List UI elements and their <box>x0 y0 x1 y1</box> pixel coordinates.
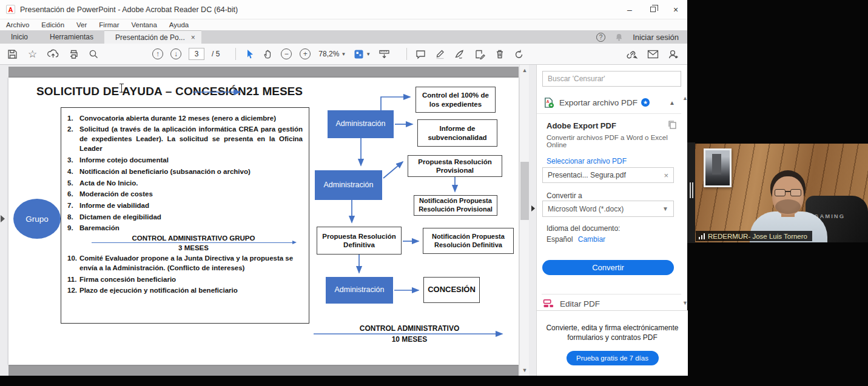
chevron-up-icon[interactable]: ▲ <box>669 99 675 106</box>
list-item: 11.Firma concesión beneficiario <box>65 275 304 284</box>
left-panel-expand-icon[interactable] <box>1 215 5 222</box>
share-link-icon[interactable] <box>626 47 638 61</box>
hand-tool-icon[interactable] <box>263 47 273 61</box>
list-item: 1.Convocatoria abierta durante 12 meses … <box>65 113 304 123</box>
svg-text:A: A <box>547 99 550 104</box>
zoom-level-value: 78,2% <box>318 50 339 58</box>
list-item: 5.Acta de No Inicio. <box>65 178 304 188</box>
selected-file-field[interactable]: Presentaci... Segura.pdf × <box>542 167 674 183</box>
document-language-row: Español Cambiar <box>547 235 605 244</box>
control-administrativo-grupo: CONTROL ADMINISTRATIVO GRUPO 3 MESES <box>65 235 304 251</box>
menu-ver[interactable]: Ver <box>70 21 93 28</box>
free-trial-button[interactable]: Prueba gratis de 7 días <box>567 351 659 365</box>
vertical-scrollbar[interactable]: ▲ ▼ <box>519 65 529 376</box>
format-value: Microsoft Word (*.docx) <box>548 205 624 213</box>
list-item: 8.Dictamen de elegibilidad <box>65 212 304 222</box>
restore-button[interactable] <box>641 0 664 19</box>
participant-name: REDERMUR- Jose Luis Tornero <box>708 233 807 240</box>
convert-button[interactable]: Convertir <box>542 260 674 275</box>
save-icon[interactable] <box>7 47 18 61</box>
print-icon[interactable] <box>69 47 79 61</box>
highlight-icon[interactable] <box>435 47 445 61</box>
change-language-link[interactable]: Cambiar <box>578 235 605 244</box>
help-icon[interactable]: ? <box>596 33 605 42</box>
scroll-up-icon[interactable]: ▲ <box>520 67 530 73</box>
list-item: 12.Plazo de ejecución y notificación al … <box>65 285 304 295</box>
edit-pdf-label: Editar PDF <box>560 299 600 308</box>
page-up-icon[interactable]: ↑ <box>152 48 163 59</box>
list-item: 9.Baremación <box>65 223 304 233</box>
page-number-input[interactable] <box>189 48 204 60</box>
main-toolbar: ☆ ↑ ↓ / 5 − + <box>0 44 687 65</box>
tab-close-icon[interactable]: × <box>191 33 195 42</box>
menu-archivo[interactable]: Archivo <box>0 21 35 28</box>
wall-picture <box>704 148 732 187</box>
page-scrolling-icon[interactable] <box>378 47 390 61</box>
flow-box-propuesta-definitiva: Propuesta Resolución Definitiva <box>317 227 402 255</box>
participant-beard <box>775 199 801 214</box>
flow-box-informe-subvencionalidad: Informe de subvencionalidad <box>417 119 497 147</box>
edit-pdf-icon <box>543 299 554 308</box>
participant-name-tag: REDERMUR- Jose Luis Tornero <box>696 231 812 241</box>
tab-herramientas[interactable]: Herramientas <box>39 30 104 44</box>
select-file-link[interactable]: Seleccionar archivo PDF <box>547 157 627 165</box>
sidebar-scroll-down-icon[interactable]: ▼ <box>682 300 688 306</box>
fill-sign-icon[interactable] <box>474 47 485 61</box>
sign-pen-icon[interactable] <box>454 47 465 61</box>
video-drag-handle[interactable] <box>687 142 695 243</box>
list-item: 4.Notificación al beneficiario (subsanac… <box>65 167 304 176</box>
scroll-down-icon[interactable]: ▼ <box>520 367 530 373</box>
menu-firmar[interactable]: Firmar <box>93 21 125 28</box>
email-icon[interactable] <box>647 47 659 61</box>
select-cursor-icon[interactable] <box>244 47 255 61</box>
export-pdf-panel-header[interactable]: A Exportar archivo PDF ★ ▲ <box>537 92 681 114</box>
premium-star-icon: ★ <box>641 98 650 107</box>
webcam-overlay: GAMING REDERMUR- Jose Luis Tornero <box>687 142 868 243</box>
share-upload-icon[interactable] <box>47 47 59 61</box>
page-display-dropdown[interactable]: ▼ <box>354 49 371 59</box>
scrollbar-thumb[interactable] <box>520 162 529 220</box>
tools-search-input[interactable] <box>542 71 681 87</box>
menu-ayuda[interactable]: Ayuda <box>163 21 195 28</box>
flow-box-administracion-1: Administración <box>328 110 394 138</box>
menu-ventana[interactable]: Ventana <box>126 21 163 28</box>
export-pdf-icon: A <box>543 97 554 108</box>
sidebar-scroll-up-icon[interactable]: ▲ <box>682 95 688 101</box>
audio-signal-icon <box>699 233 705 239</box>
glasses-icon <box>775 189 801 197</box>
flow-box-notificacion-definitiva: Notificación Propuesta Resolución Defini… <box>423 228 514 254</box>
bell-icon[interactable] <box>614 30 624 44</box>
format-select[interactable]: Microsoft Word (*.docx) ▼ <box>542 201 674 217</box>
clear-file-icon[interactable]: × <box>664 171 668 180</box>
close-button[interactable]: × <box>664 0 687 19</box>
tab-inicio[interactable]: Inicio <box>0 30 39 44</box>
comment-icon[interactable] <box>415 47 426 61</box>
edit-pdf-panel-header[interactable]: Editar PDF <box>543 299 600 308</box>
pdf-page: SOLICITUD DE AYUDA – CONCESIÓN 21 MESES … <box>8 78 519 365</box>
menu-edicion[interactable]: Edición <box>35 21 70 28</box>
document-viewport: SOLICITUD DE AYUDA – CONCESIÓN 21 MESES … <box>0 65 536 376</box>
previous-page-edge <box>8 67 519 78</box>
right-panel-expand-icon[interactable] <box>531 205 535 211</box>
next-page-edge <box>8 365 519 376</box>
flow-box-administracion-2: Administración <box>315 170 382 200</box>
toolbar-divider <box>406 48 407 60</box>
star-icon[interactable]: ☆ <box>27 47 38 61</box>
sign-in-button[interactable]: Iniciar sesión <box>633 33 679 42</box>
rotate-icon[interactable] <box>514 47 524 61</box>
trial-promo-text: Convierte, edita y firma electrónicament… <box>544 323 681 342</box>
add-user-icon[interactable] <box>668 47 679 61</box>
zoom-out-icon[interactable]: − <box>281 48 292 59</box>
minimize-button[interactable]: – <box>618 0 641 19</box>
tab-document[interactable]: Presentación de Po... × <box>104 30 201 44</box>
flow-box-notificacion-provisional: Notificación Propuesta Resolución Provis… <box>414 195 497 216</box>
page-down-icon[interactable]: ↓ <box>170 48 181 59</box>
list-item: 2.Solicitud (a través de la aplicación i… <box>65 124 304 153</box>
tab-document-label: Presentación de Po... <box>115 33 185 42</box>
document-language-label: Idioma del documento: <box>547 224 620 233</box>
search-icon[interactable] <box>89 47 99 61</box>
delete-icon[interactable] <box>494 47 505 61</box>
adobe-pdf-icon: A <box>6 5 15 14</box>
zoom-in-icon[interactable]: + <box>300 48 311 59</box>
zoom-level-dropdown[interactable]: 78,2% ▼ <box>318 50 346 58</box>
